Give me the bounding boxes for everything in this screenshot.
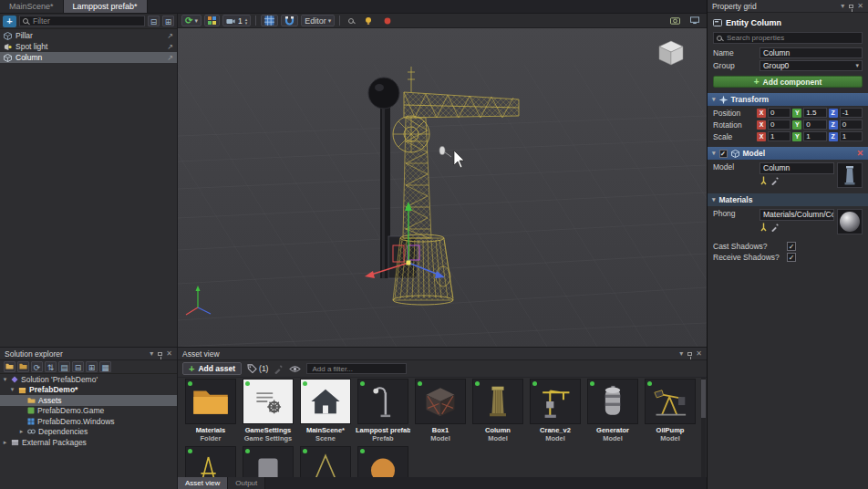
tab-output[interactable]: Output — [228, 477, 265, 489]
rotation-y-field[interactable]: 0 — [803, 120, 826, 130]
rotation-z-field[interactable]: 0 — [840, 120, 863, 130]
tag-filter-button[interactable]: (1) — [247, 364, 268, 373]
expand-all-icon[interactable]: ⊞ — [86, 361, 98, 372]
spin-down-icon[interactable]: ▾ — [245, 21, 248, 25]
screenshot-button[interactable] — [666, 15, 684, 26]
sort-icon[interactable]: ⇅ — [45, 361, 57, 372]
tab-lamppost-prefab[interactable]: Lamppost prefab* — [64, 0, 148, 13]
edit-asset-icon[interactable] — [770, 223, 780, 232]
external-packages-row[interactable]: ▸ External Packages — [0, 437, 177, 448]
tree-expand-icon[interactable]: ⊞ — [162, 16, 174, 26]
position-x-field[interactable]: 0 — [768, 108, 790, 118]
rotation-x-field[interactable]: 0 — [768, 120, 790, 130]
asset-tile-column[interactable]: Column Model — [470, 379, 525, 442]
entity-filter-field[interactable] — [19, 16, 145, 26]
asset-tile-partial[interactable] — [356, 446, 410, 477]
camera-speed-control[interactable]: 1 ▴▾ — [222, 15, 251, 26]
asset-tile-crane-v2[interactable]: Crane_v2 Model — [528, 379, 583, 442]
cast-shadows-checkbox[interactable]: ✓ — [787, 242, 796, 251]
solution-row[interactable]: ▾ Solution 'PrefabDemo' — [0, 374, 177, 385]
tree-collapse-icon[interactable]: ⊟ — [148, 16, 160, 26]
snap-grid-button[interactable] — [261, 15, 278, 26]
add-entity-button[interactable]: + — [3, 16, 16, 27]
window-menu-icon[interactable]: ▾ — [679, 349, 683, 358]
asset-view-header[interactable]: Asset view ▾ ✕ — [178, 348, 707, 360]
pin-icon[interactable] — [687, 352, 692, 356]
asset-tile-gamesettings[interactable]: GameSettings Game Settings — [241, 379, 295, 442]
name-value-field[interactable]: Column — [760, 47, 863, 58]
tab-asset-view[interactable]: Asset view — [178, 477, 228, 489]
add-item-icon[interactable] — [4, 361, 16, 372]
scale-y-field[interactable]: 1 — [803, 131, 826, 141]
camera-speed-stepper[interactable]: ▴▾ — [245, 17, 248, 25]
model-enabled-checkbox[interactable]: ✓ — [719, 150, 728, 158]
asset-tile-lamppost-prefab[interactable]: Lamppost prefab* Prefab — [356, 379, 410, 442]
materials-section-header[interactable]: ▾ Materials — [708, 193, 868, 206]
transform-section-header[interactable]: ▾ Transform — [708, 93, 868, 106]
receive-shadows-checkbox[interactable]: ✓ — [787, 253, 796, 262]
search-properties-field[interactable] — [713, 32, 863, 44]
asset-filter-field[interactable] — [306, 363, 407, 374]
entity-row-pillar[interactable]: Pillar ↗ — [0, 30, 177, 41]
asset-tile-oilpump[interactable]: OilPump Model — [643, 379, 698, 442]
pick-asset-icon[interactable] — [760, 176, 768, 185]
asset-tile-mainscene[interactable]: MainScene* Scene — [298, 379, 353, 442]
phong-value-field[interactable]: Materials/Column/Co — [760, 209, 834, 221]
goto-asset-icon[interactable]: ↗ — [167, 43, 173, 51]
scale-x-field[interactable]: 1 — [768, 131, 790, 141]
asset-tile-partial[interactable] — [241, 446, 295, 477]
close-icon[interactable]: ✕ — [166, 349, 172, 358]
windows-project-row[interactable]: PrefabDemo.Windows — [0, 416, 177, 427]
pick-asset-icon[interactable] — [760, 223, 768, 232]
asset-tile-box1[interactable]: Box1 Model — [413, 379, 468, 442]
edit-asset-icon[interactable] — [770, 176, 780, 185]
fullscreen-button[interactable] — [687, 15, 703, 26]
magnet-snap-button[interactable] — [281, 15, 298, 26]
debug-toggle-button[interactable] — [379, 15, 396, 26]
pin-icon[interactable] — [849, 5, 853, 8]
position-y-field[interactable]: 1.5 — [803, 108, 826, 118]
dependencies-row[interactable]: ▸ Dependencies — [0, 427, 177, 438]
gizmo-mode-button[interactable]: ⟳▾ — [181, 15, 202, 26]
model-thumbnail[interactable] — [837, 162, 863, 188]
asset-tile-generator[interactable]: Generator Model — [585, 379, 640, 442]
pin-icon[interactable] — [158, 352, 162, 356]
goto-asset-icon[interactable]: ↗ — [167, 54, 173, 62]
open-folder-icon[interactable] — [17, 361, 29, 372]
eye-icon[interactable] — [289, 365, 301, 373]
position-z-field[interactable]: -1 — [840, 108, 863, 118]
scene-3d-canvas[interactable] — [178, 28, 707, 347]
entity-row-spot-light[interactable]: Spot light ↗ — [0, 41, 177, 52]
asset-view-scrollbar[interactable] — [701, 378, 706, 477]
viewport-search-button[interactable] — [345, 15, 357, 26]
chevron-down-icon[interactable]: ▾ — [2, 376, 8, 383]
chevron-right-icon[interactable]: ▸ — [2, 439, 8, 446]
render-mode-button[interactable] — [204, 15, 220, 26]
add-component-button[interactable]: + Add component — [713, 76, 863, 88]
solution-explorer-header[interactable]: Solution explorer ▾ ✕ — [0, 348, 177, 360]
show-all-files-icon[interactable]: ▤ — [58, 361, 70, 372]
asset-tile-partial[interactable] — [183, 446, 238, 477]
window-menu-icon[interactable]: ▾ — [150, 349, 153, 358]
chevron-down-icon[interactable]: ▾ — [9, 386, 16, 393]
property-grid-header[interactable]: Property grid ▾ ✕ — [708, 0, 868, 13]
game-project-row[interactable]: PrefabDemo.Game — [0, 406, 177, 417]
entity-filter-input[interactable] — [31, 16, 141, 26]
collapse-all-icon[interactable]: ⊟ — [72, 361, 84, 372]
scale-z-field[interactable]: 1 — [840, 131, 863, 141]
model-value-field[interactable]: Column — [760, 162, 834, 174]
remove-component-icon[interactable]: ✕ — [856, 149, 863, 158]
add-asset-button[interactable]: + Add asset — [182, 362, 242, 375]
model-section-header[interactable]: ▾ ✓ Model ✕ — [708, 147, 868, 160]
asset-tile-partial[interactable] — [298, 446, 353, 477]
window-menu-icon[interactable]: ▾ — [841, 2, 844, 10]
asset-filter-input[interactable] — [310, 364, 403, 374]
properties-icon[interactable]: ▦ — [99, 361, 111, 372]
package-row[interactable]: ▾ PrefabDemo* — [0, 385, 177, 396]
asset-tile-materials[interactable]: Materials Folder — [183, 379, 238, 442]
close-icon[interactable]: ✕ — [696, 349, 702, 358]
assets-row[interactable]: Assets — [0, 395, 177, 406]
close-icon[interactable]: ✕ — [857, 2, 863, 10]
material-thumbnail[interactable] — [837, 209, 863, 234]
entity-row-column[interactable]: Column ↗ — [0, 52, 177, 63]
